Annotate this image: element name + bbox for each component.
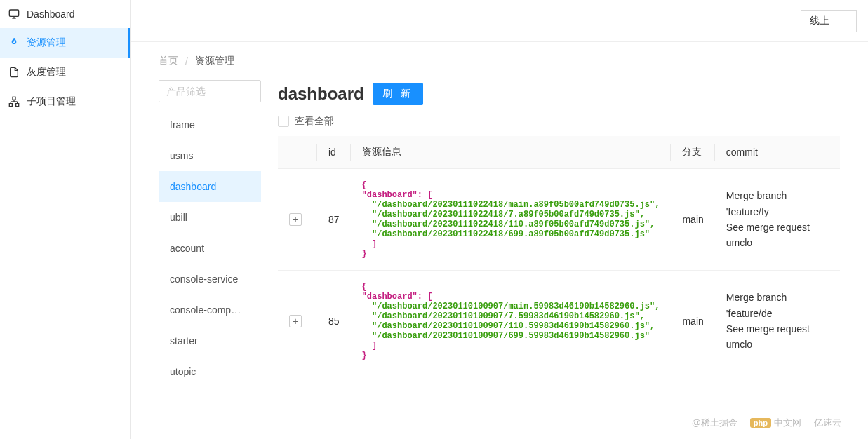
- expand-button[interactable]: +: [289, 315, 302, 327]
- table-row: +87{ "dashboard": [ "/dashboard/20230111…: [278, 169, 840, 271]
- col-resource: 资源信息: [351, 136, 672, 169]
- col-id: id: [317, 136, 351, 169]
- product-panel: frameusmsdashboardubillaccountconsole-se…: [159, 80, 261, 439]
- cell-id: 85: [317, 271, 351, 372]
- svg-rect-5: [16, 104, 19, 107]
- sitemap-icon: [8, 96, 20, 107]
- topbar: 线上: [131, 0, 868, 42]
- product-item[interactable]: dashboard: [159, 171, 261, 202]
- view-all-checkbox[interactable]: [278, 116, 289, 127]
- nav-item-子项目管理[interactable]: 子项目管理: [0, 87, 130, 116]
- nav-item-灰度管理[interactable]: 灰度管理: [0, 58, 130, 87]
- product-item[interactable]: starter: [159, 325, 261, 356]
- cell-branch: main: [671, 271, 714, 372]
- env-select-value: 线上: [810, 15, 829, 26]
- cell-commit: Merge branch 'feature/fy See merge reque…: [715, 169, 840, 271]
- col-expand: [278, 136, 317, 169]
- table-row: +85{ "dashboard": [ "/dashboard/20230110…: [278, 271, 840, 372]
- nav-item-label: 子项目管理: [27, 95, 76, 108]
- product-filter-input[interactable]: [159, 80, 261, 102]
- product-item[interactable]: utopic: [159, 356, 261, 387]
- svg-rect-3: [13, 97, 15, 100]
- nav-item-label: 资源管理: [27, 36, 66, 49]
- env-select[interactable]: 线上: [801, 10, 857, 32]
- nav-item-资源管理[interactable]: 资源管理: [0, 28, 130, 58]
- svg-rect-0: [9, 10, 18, 16]
- file-icon: [8, 67, 20, 78]
- product-item[interactable]: console-comp…: [159, 295, 261, 325]
- monitor-icon: [8, 8, 20, 20]
- product-item[interactable]: account: [159, 233, 261, 264]
- col-commit: commit: [715, 136, 840, 169]
- refresh-button[interactable]: 刷 新: [373, 83, 423, 105]
- page-title: dashboard: [278, 84, 364, 104]
- col-branch: 分支: [671, 136, 714, 169]
- product-item[interactable]: console-service: [159, 264, 261, 295]
- nav-item-label: Dashboard: [27, 8, 75, 20]
- product-item[interactable]: frame: [159, 109, 261, 140]
- main: 线上 首页 / 资源管理 frameusmsdashboardubillacco…: [131, 0, 868, 439]
- breadcrumb: 首页 / 资源管理: [131, 42, 868, 80]
- product-item[interactable]: usms: [159, 140, 261, 171]
- breadcrumb-home[interactable]: 首页: [159, 55, 178, 67]
- nav-item-dashboard[interactable]: Dashboard: [0, 0, 130, 28]
- detail-panel: dashboard 刷 新 查看全部 id 资源信息 分: [278, 80, 840, 439]
- resource-table: id 资源信息 分支 commit +87{ "dashboard": [ "/…: [278, 136, 840, 372]
- product-item[interactable]: ubill: [159, 202, 261, 233]
- nav-item-label: 灰度管理: [27, 66, 66, 79]
- fire-icon: [8, 37, 20, 48]
- cell-commit: Merge branch 'feature/de See merge reque…: [715, 271, 840, 372]
- svg-rect-4: [9, 104, 12, 107]
- sidebar: Dashboard资源管理灰度管理子项目管理: [0, 0, 131, 439]
- cell-id: 87: [317, 169, 351, 271]
- breadcrumb-separator: /: [185, 55, 188, 67]
- cell-resource: { "dashboard": [ "/dashboard/20230110100…: [351, 271, 672, 372]
- view-all-label: 查看全部: [295, 115, 334, 128]
- breadcrumb-current: 资源管理: [195, 55, 234, 67]
- cell-resource: { "dashboard": [ "/dashboard/20230111022…: [351, 169, 672, 271]
- product-list: frameusmsdashboardubillaccountconsole-se…: [159, 109, 261, 387]
- expand-button[interactable]: +: [289, 213, 302, 226]
- cell-branch: main: [671, 169, 714, 271]
